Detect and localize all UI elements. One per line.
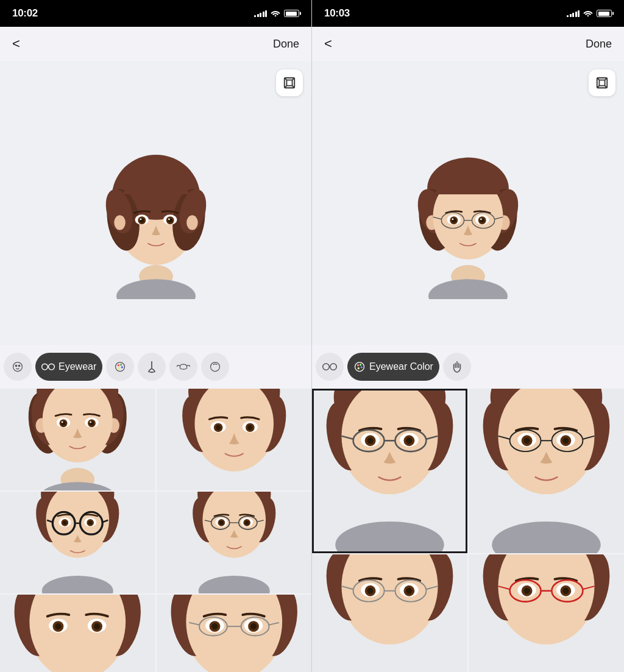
svg-point-16 bbox=[114, 215, 126, 230]
right-back-button[interactable]: < bbox=[324, 36, 332, 52]
toolbar-right-eyewear-color-label: Eyewear Color bbox=[369, 361, 433, 372]
right-battery-icon bbox=[597, 10, 612, 17]
left-toolbar: Eyewear bbox=[0, 345, 311, 389]
right-grid-cell-1[interactable] bbox=[312, 389, 467, 553]
svg-point-143 bbox=[428, 279, 508, 299]
svg-line-169 bbox=[322, 366, 323, 367]
left-grid-cell-1[interactable] bbox=[0, 389, 155, 490]
svg-point-173 bbox=[360, 364, 361, 366]
svg-point-7 bbox=[116, 279, 196, 299]
svg-point-175 bbox=[358, 367, 360, 369]
right-grid-area bbox=[312, 389, 624, 673]
toolbar-face2-item[interactable] bbox=[201, 353, 229, 381]
toolbar-eyewear-label: Eyewear bbox=[58, 361, 96, 372]
left-nav-bar: < Done bbox=[0, 27, 311, 61]
left-phone-panel: 10:02 < Done bbox=[0, 0, 312, 672]
svg-point-130 bbox=[250, 623, 256, 629]
svg-point-74 bbox=[247, 425, 252, 430]
toolbar-right-eyewear-color[interactable]: Eyewear Color bbox=[347, 353, 439, 381]
left-status-bar: 10:02 bbox=[0, 0, 311, 27]
left-avatar-area bbox=[0, 61, 311, 345]
right-status-icons bbox=[567, 9, 612, 18]
toolbar-right-eyewear-icon[interactable] bbox=[316, 353, 344, 381]
right-done-button[interactable]: Done bbox=[586, 38, 612, 51]
svg-point-113 bbox=[29, 595, 126, 672]
toolbar-palette-item[interactable] bbox=[106, 353, 134, 381]
svg-rect-137 bbox=[599, 80, 604, 85]
right-layer-button[interactable] bbox=[589, 69, 615, 96]
svg-point-186 bbox=[367, 437, 374, 444]
left-grid-cell-6[interactable] bbox=[157, 595, 312, 672]
svg-point-61 bbox=[62, 421, 63, 423]
svg-point-219 bbox=[367, 587, 374, 593]
left-back-button[interactable]: < bbox=[12, 36, 20, 52]
right-toolbar: Eyewear Color bbox=[312, 345, 624, 389]
svg-point-35 bbox=[118, 364, 119, 366]
svg-point-203 bbox=[524, 437, 530, 444]
left-avatar-svg bbox=[77, 107, 235, 299]
svg-line-32 bbox=[41, 366, 42, 366]
svg-point-27 bbox=[15, 365, 17, 367]
svg-line-33 bbox=[54, 366, 55, 366]
right-signal-icon bbox=[567, 10, 580, 17]
svg-point-38 bbox=[118, 367, 120, 369]
toolbar-head-item[interactable] bbox=[169, 353, 197, 381]
svg-point-34 bbox=[116, 362, 125, 371]
svg-point-28 bbox=[18, 365, 20, 367]
right-grid-cell-2[interactable] bbox=[469, 389, 624, 553]
svg-point-102 bbox=[219, 520, 224, 525]
svg-rect-1 bbox=[286, 80, 292, 85]
svg-point-129 bbox=[211, 623, 218, 629]
left-layer-button[interactable] bbox=[276, 69, 303, 96]
left-signal-icon bbox=[254, 10, 267, 17]
svg-point-204 bbox=[562, 437, 569, 444]
left-grid-area bbox=[0, 389, 311, 673]
toolbar-eyewear-item[interactable]: Eyewear bbox=[35, 353, 102, 381]
svg-point-172 bbox=[357, 364, 359, 366]
right-grid-cell-3[interactable] bbox=[312, 554, 467, 673]
svg-point-118 bbox=[55, 623, 61, 629]
left-grid-cell-4[interactable] bbox=[157, 492, 312, 593]
left-wifi-icon bbox=[271, 9, 280, 18]
svg-point-193 bbox=[492, 521, 601, 553]
svg-point-86 bbox=[88, 520, 93, 525]
right-status-bar: 10:03 bbox=[312, 0, 624, 27]
svg-point-176 bbox=[335, 521, 444, 553]
svg-point-41 bbox=[211, 362, 220, 371]
svg-point-159 bbox=[452, 218, 454, 220]
right-avatar-figure bbox=[389, 105, 547, 300]
toolbar-nose-item[interactable] bbox=[138, 353, 166, 381]
svg-point-220 bbox=[406, 587, 412, 593]
svg-point-235 bbox=[524, 587, 530, 593]
svg-point-30 bbox=[49, 364, 55, 370]
svg-point-167 bbox=[330, 363, 337, 370]
right-grid-cell-4[interactable] bbox=[469, 554, 624, 673]
svg-point-37 bbox=[121, 366, 123, 368]
left-grid-cell-2[interactable] bbox=[157, 389, 312, 490]
svg-point-73 bbox=[215, 425, 220, 430]
svg-point-62 bbox=[90, 421, 91, 423]
left-avatar-figure bbox=[77, 105, 235, 300]
right-wifi-icon bbox=[583, 9, 593, 18]
svg-point-26 bbox=[13, 362, 23, 371]
svg-point-75 bbox=[42, 576, 113, 593]
svg-point-174 bbox=[361, 366, 363, 368]
svg-point-85 bbox=[63, 520, 67, 525]
svg-point-171 bbox=[355, 362, 364, 371]
svg-point-103 bbox=[244, 520, 249, 525]
svg-point-25 bbox=[168, 218, 169, 220]
toolbar-right-hand[interactable] bbox=[443, 353, 471, 381]
right-avatar-svg bbox=[389, 107, 547, 299]
toolbar-face-item[interactable] bbox=[4, 353, 32, 381]
svg-point-43 bbox=[38, 482, 117, 490]
right-time: 10:03 bbox=[324, 7, 350, 19]
left-done-button[interactable]: Done bbox=[273, 38, 299, 51]
right-nav-bar: < Done bbox=[312, 27, 624, 61]
svg-point-236 bbox=[562, 587, 569, 593]
left-grid-cell-3[interactable] bbox=[0, 492, 155, 593]
left-time: 10:02 bbox=[12, 7, 38, 19]
left-grid-cell-5[interactable] bbox=[0, 595, 155, 672]
right-phone-panel: 10:03 < Done bbox=[312, 0, 624, 672]
svg-point-24 bbox=[140, 218, 141, 220]
svg-line-170 bbox=[336, 366, 337, 367]
